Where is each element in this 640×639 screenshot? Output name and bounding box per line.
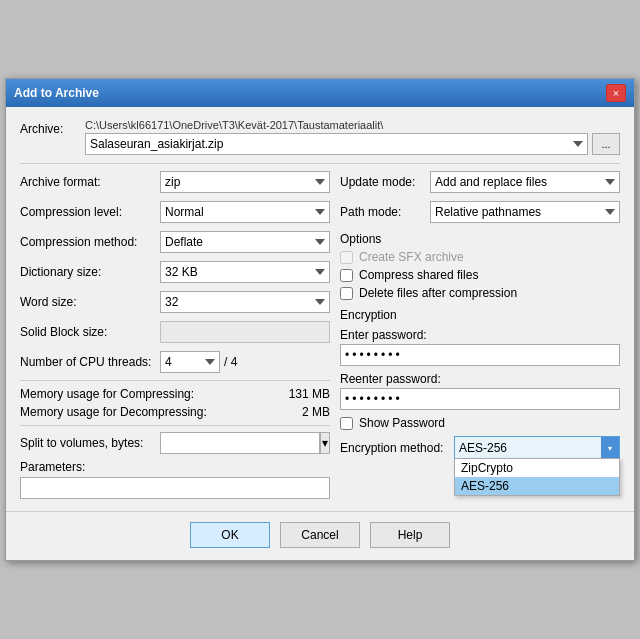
path-mode-select[interactable]: Relative pathnames Full pathnames Absolu… [430, 201, 620, 223]
enc-method-wrap: AES-256 ZipCrypto ▾ ZipCrypto AES-256 [454, 436, 620, 460]
enc-method-label: Encryption method: [340, 441, 450, 455]
title-bar: Add to Archive × [6, 79, 634, 107]
encryption-method-row: Encryption method: AES-256 ZipCrypto ▾ [340, 436, 620, 460]
enc-method-dropdown-popup: ZipCrypto AES-256 [454, 458, 620, 496]
update-mode-select[interactable]: Add and replace files Update and add fil… [430, 171, 620, 193]
solid-block-label: Solid Block size: [20, 325, 160, 339]
dialog-body: Archive: C:\Users\kl66171\OneDrive\T3\Ke… [6, 107, 634, 511]
archive-path-line1: C:\Users\kl66171\OneDrive\T3\Kevät-2017\… [85, 119, 620, 131]
compression-level-select[interactable]: Normal [160, 201, 330, 223]
divider3 [20, 425, 330, 426]
word-size-select[interactable]: 32 [160, 291, 330, 313]
threads-max: / 4 [224, 355, 237, 369]
help-button[interactable]: Help [370, 522, 450, 548]
show-password-label[interactable]: Show Password [359, 416, 445, 430]
compression-method-row: Compression method: Deflate [20, 230, 330, 254]
create-sfx-row: Create SFX archive [340, 250, 620, 264]
create-sfx-checkbox [340, 251, 353, 264]
threads-row: 4 / 4 [160, 351, 237, 373]
cancel-button[interactable]: Cancel [280, 522, 360, 548]
delete-after-label[interactable]: Delete files after compression [359, 286, 517, 300]
enc-method-select-group: AES-256 ZipCrypto ▾ [454, 436, 620, 460]
browse-button[interactable]: ... [592, 133, 620, 155]
delete-after-checkbox[interactable] [340, 287, 353, 300]
word-size-label: Word size: [20, 295, 160, 309]
archive-format-select[interactable]: zip 7z [160, 171, 330, 193]
enc-option-zipcrypto[interactable]: ZipCrypto [455, 459, 619, 477]
cpu-threads-row: Number of CPU threads: 4 / 4 [20, 350, 330, 374]
reenter-password-label: Reenter password: [340, 372, 620, 386]
dialog-footer: OK Cancel Help [6, 511, 634, 560]
archive-format-label: Archive format: [20, 175, 160, 189]
dictionary-size-select[interactable]: 32 KB [160, 261, 330, 283]
enc-method-dropdown-btn[interactable]: ▾ [601, 437, 619, 459]
encryption-section: Encryption Enter password: Reenter passw… [340, 308, 620, 460]
solid-block-row: Solid Block size: [20, 320, 330, 344]
split-input[interactable] [160, 432, 320, 454]
word-size-row: Word size: 32 [20, 290, 330, 314]
ok-button[interactable]: OK [190, 522, 270, 548]
memory-compress-row: Memory usage for Compressing: 131 MB [20, 387, 330, 401]
reenter-password-input[interactable] [340, 388, 620, 410]
dictionary-size-row: Dictionary size: 32 KB [20, 260, 330, 284]
delete-after-row: Delete files after compression [340, 286, 620, 300]
enc-method-select[interactable]: AES-256 ZipCrypto [455, 437, 601, 459]
archive-label: Archive: [20, 119, 85, 136]
divider [20, 163, 620, 164]
params-label: Parameters: [20, 460, 330, 474]
update-mode-label: Update mode: [340, 175, 430, 189]
two-col-layout: Archive format: zip 7z Compression level… [20, 170, 620, 499]
archive-row: Archive: C:\Users\kl66171\OneDrive\T3\Ke… [20, 119, 620, 155]
close-button[interactable]: × [606, 84, 626, 102]
path-mode-label: Path mode: [340, 205, 430, 219]
enter-password-input[interactable] [340, 344, 620, 366]
update-mode-row: Update mode: Add and replace files Updat… [340, 170, 620, 194]
params-input[interactable] [20, 477, 330, 499]
options-section: Options Create SFX archive Compress shar… [340, 232, 620, 300]
dialog-title: Add to Archive [14, 86, 99, 100]
archive-format-row: Archive format: zip 7z [20, 170, 330, 194]
compress-shared-checkbox[interactable] [340, 269, 353, 282]
memory-compress-value: 131 MB [289, 387, 330, 401]
compression-level-row: Compression level: Normal [20, 200, 330, 224]
show-password-checkbox[interactable] [340, 417, 353, 430]
enc-option-aes256[interactable]: AES-256 [455, 477, 619, 495]
solid-block-select [160, 321, 330, 343]
dictionary-size-label: Dictionary size: [20, 265, 160, 279]
archive-path-select[interactable]: Salaseuran_asiakirjat.zip [85, 133, 588, 155]
compression-method-select[interactable]: Deflate [160, 231, 330, 253]
compress-shared-label[interactable]: Compress shared files [359, 268, 478, 282]
path-mode-row: Path mode: Relative pathnames Full pathn… [340, 200, 620, 224]
encryption-title: Encryption [340, 308, 620, 322]
archive-select-row: Salaseuran_asiakirjat.zip ... [85, 133, 620, 155]
create-sfx-label: Create SFX archive [359, 250, 464, 264]
cpu-threads-select[interactable]: 4 [160, 351, 220, 373]
enter-password-label: Enter password: [340, 328, 620, 342]
memory-decompress-value: 2 MB [302, 405, 330, 419]
split-dropdown-btn[interactable]: ▾ [320, 432, 330, 454]
compression-method-label: Compression method: [20, 235, 160, 249]
memory-decompress-label: Memory usage for Decompressing: [20, 405, 302, 419]
right-column: Update mode: Add and replace files Updat… [340, 170, 620, 499]
compression-level-label: Compression level: [20, 205, 160, 219]
memory-decompress-row: Memory usage for Decompressing: 2 MB [20, 405, 330, 419]
cpu-threads-label: Number of CPU threads: [20, 355, 160, 369]
split-row: Split to volumes, bytes: ▾ [20, 432, 330, 454]
archive-path-box: C:\Users\kl66171\OneDrive\T3\Kevät-2017\… [85, 119, 620, 155]
options-title: Options [340, 232, 620, 246]
add-to-archive-dialog: Add to Archive × Archive: C:\Users\kl661… [5, 78, 635, 561]
divider2 [20, 380, 330, 381]
show-password-row: Show Password [340, 416, 620, 430]
params-section: Parameters: [20, 460, 330, 499]
memory-compress-label: Memory usage for Compressing: [20, 387, 289, 401]
split-label: Split to volumes, bytes: [20, 436, 160, 450]
compress-shared-row: Compress shared files [340, 268, 620, 282]
left-column: Archive format: zip 7z Compression level… [20, 170, 330, 499]
